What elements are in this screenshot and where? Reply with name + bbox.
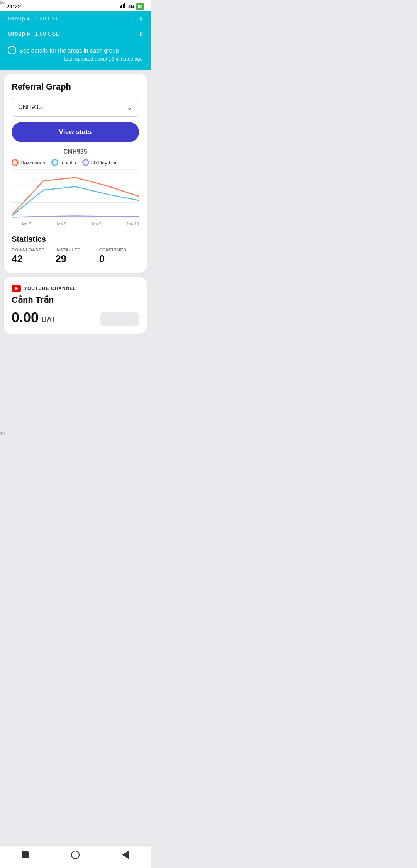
last-updated: Last updated about 18 minutes ago — [8, 56, 143, 63]
statistics-title: Statistics — [12, 235, 139, 244]
svg-rect-3 — [124, 3, 125, 8]
info-row: i See details for the areas in each grou… — [8, 41, 143, 56]
legend-downloads-label: Downloads — [20, 160, 45, 166]
youtube-card: YOUTUBE CHANNEL Cảnh Trần 0.00 BAT — [4, 277, 147, 334]
dropdown-value: CNH935 — [18, 104, 42, 111]
svg-rect-0 — [120, 6, 121, 8]
yt-amount: 0.00 — [12, 310, 39, 326]
svg-rect-1 — [121, 5, 122, 8]
legend-installs-label: Installs — [60, 160, 76, 166]
stat-installed-label: INSTALLED — [55, 248, 95, 252]
signal-icon — [120, 3, 127, 10]
youtube-header: YOUTUBE CHANNEL — [12, 285, 139, 292]
status-bar: 21:22 4G 90 — [0, 0, 151, 11]
yt-currency: BAT — [42, 315, 56, 324]
group-4-row: Group 4 2.00 USD 0 — [8, 11, 143, 26]
stat-installed: INSTALLED 29 — [55, 248, 95, 265]
x-axis: Jan 7 Jan 8 Jan 9 Jan 10 — [12, 221, 139, 231]
30day-dot — [82, 159, 89, 166]
view-stats-button[interactable]: View stats — [12, 122, 139, 142]
svg-rect-2 — [123, 4, 124, 8]
youtube-play-icon — [15, 287, 18, 290]
info-text: See details for the areas in each group — [19, 47, 119, 54]
group5-name: Group 5 — [8, 30, 30, 37]
group4-name: Group 4 — [8, 15, 30, 22]
yt-refer-button-stub[interactable] — [100, 312, 139, 326]
stat-confirmed-value: 0 — [99, 253, 139, 265]
group4-price: 2.00 USD — [35, 15, 60, 22]
chevron-down-icon: ⌄ — [127, 103, 132, 112]
network-label: 4G — [128, 4, 134, 9]
legend-downloads: Downloads — [12, 159, 45, 166]
y-axis: 20 10 0 — [0, 0, 9, 365]
youtube-label: YOUTUBE CHANNEL — [24, 286, 76, 291]
legend-installs: Installs — [51, 159, 76, 166]
stat-confirmed-label: CONFIRMED — [99, 248, 139, 252]
stat-downloaded: DOWNLOADED 42 — [12, 248, 51, 265]
group-5-row: Group 5 1.00 USD 0 — [8, 26, 143, 41]
graph-subtitle: CNH935 — [12, 148, 139, 155]
chart-area: 20 10 0 — [12, 169, 139, 221]
legend-30day: 30-Day-Use — [82, 159, 118, 166]
status-icons: 4G 90 — [120, 3, 144, 10]
stat-installed-value: 29 — [55, 253, 95, 265]
chart-svg-container — [12, 169, 139, 219]
stat-downloaded-value: 42 — [12, 253, 51, 265]
battery-icon: 90 — [136, 3, 144, 10]
yt-amount-row: 0.00 BAT — [12, 310, 139, 326]
downloads-dot — [12, 159, 19, 166]
teal-card: Group 4 2.00 USD 0 Group 5 1.00 USD 0 i … — [0, 11, 151, 70]
stats-row: DOWNLOADED 42 INSTALLED 29 CONFIRMED 0 — [12, 248, 139, 265]
stat-confirmed: CONFIRMED 0 — [99, 248, 139, 265]
group4-count: 0 — [140, 15, 143, 22]
chart-legend: Downloads Installs 30-Day-Use — [12, 159, 139, 166]
youtube-icon — [12, 285, 21, 292]
installs-dot — [51, 159, 58, 166]
group5-price: 1.00 USD — [35, 30, 60, 37]
referral-graph-card: Referral Graph CNH935 ⌄ View stats CNH93… — [4, 74, 147, 273]
legend-30day-label: 30-Day-Use — [91, 160, 118, 166]
group5-count: 0 — [140, 31, 143, 37]
graph-dropdown[interactable]: CNH935 ⌄ — [12, 98, 139, 117]
stat-downloaded-label: DOWNLOADED — [12, 248, 51, 252]
referral-graph-title: Referral Graph — [12, 82, 139, 92]
youtube-channel-name: Cảnh Trần — [12, 295, 139, 305]
